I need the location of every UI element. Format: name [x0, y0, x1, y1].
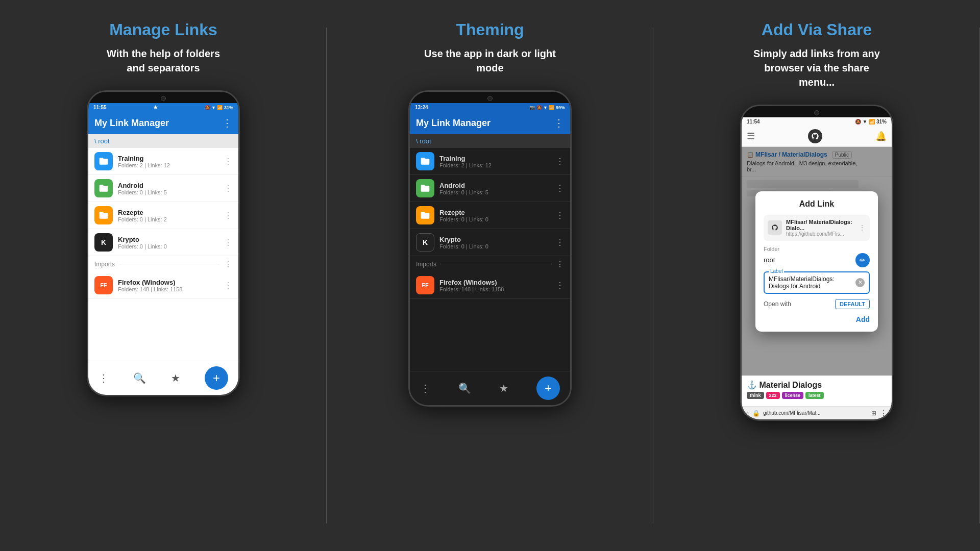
browser-more-icon[interactable]: ⋮: [879, 408, 888, 418]
item-more-krypto-dark[interactable]: ⋮: [556, 238, 564, 247]
bottom-search-icon-light[interactable]: 🔍: [133, 372, 146, 384]
label-input-text[interactable]: MFlisar/MaterialDialogs: Dialogs for And…: [769, 276, 853, 290]
item-text-firefox-light: Firefox (Windows) Folders: 148 | Links: …: [118, 279, 219, 292]
list-item-firefox-dark[interactable]: FF Firefox (Windows) Folders: 148 | Link…: [410, 272, 570, 299]
list-item-training-dark[interactable]: Training Folders: 2 | Links: 12 ⋮: [410, 148, 570, 175]
default-btn[interactable]: DEFAULT: [835, 299, 870, 309]
app-bar-menu-dark[interactable]: ⋮: [554, 117, 564, 129]
item-text-training-dark: Training Folders: 2 | Links: 12: [439, 155, 551, 168]
phone-top-light: [88, 92, 238, 103]
item-sub-training-light: Folders: 2 | Links: 12: [118, 162, 219, 168]
folder-icon-firefox-dark: FF: [416, 276, 434, 294]
list-item-krypto-light[interactable]: K Krypto Folders: 0 | Links: 0 ⋮: [88, 229, 238, 256]
bottom-menu-icon-light[interactable]: ⋮: [99, 372, 109, 384]
list-dark: Training Folders: 2 | Links: 12 ⋮ Androi…: [410, 148, 570, 371]
browser-address-bar: ⌂ 🔒 github.com/MFlisar/Mat... ⊞ ⋮: [742, 406, 892, 419]
breadcrumb-text-light: \ root: [94, 137, 110, 145]
separator-text-light: Imports: [94, 261, 115, 268]
open-with-row: Open with DEFAULT: [764, 299, 870, 309]
badge-think: think: [747, 392, 764, 399]
folder-icon-firefox-light: FF: [94, 276, 113, 294]
item-name-firefox-dark: Firefox (Windows): [439, 279, 551, 286]
badge-count: 222: [766, 392, 780, 399]
fab-dark[interactable]: +: [536, 377, 560, 400]
browser-toolbar: ☰ 🔔: [742, 126, 892, 147]
item-sub-training-dark: Folders: 2 | Links: 12: [439, 162, 551, 168]
link-more-icon[interactable]: ⋮: [859, 223, 866, 232]
panel-2-subtitle: Use the app in dark or lightmode: [424, 46, 556, 75]
app-bar-menu-light[interactable]: ⋮: [222, 117, 232, 129]
badge-latest: latest: [805, 392, 824, 399]
breadcrumb-text-dark: \ root: [416, 137, 431, 145]
status-time: 11:55: [93, 105, 107, 110]
app-bar-light: My Link Manager ⋮: [88, 112, 238, 134]
phone-camera: [161, 96, 166, 101]
breadcrumb-light: \ root: [88, 134, 238, 148]
bottom-search-icon-dark[interactable]: 🔍: [458, 382, 471, 394]
folder-icon-rezepte-dark: [416, 206, 434, 224]
item-text-krypto-light: Krypto Folders: 0 | Links: 0: [118, 236, 219, 249]
item-name-android-dark: Android: [439, 182, 551, 189]
item-more-firefox-dark[interactable]: ⋮: [556, 281, 564, 290]
item-text-android-light: Android Folders: 0 | Links: 5: [118, 182, 219, 195]
item-sub-android-light: Folders: 0 | Links: 5: [118, 189, 219, 195]
browser-hamburger-icon[interactable]: ☰: [747, 131, 755, 142]
bottom-star-icon-light[interactable]: ★: [171, 372, 180, 384]
panel-3-subtitle: Simply add links from anybrowser via the…: [753, 46, 880, 89]
list-item-firefox-light[interactable]: FF Firefox (Windows) Folders: 148 | Link…: [88, 272, 238, 299]
browser-status-bar: 11:54 🔕 ▼ 📶 31%: [742, 117, 892, 126]
dialog-add-btn[interactable]: Add: [764, 315, 870, 323]
breadcrumb-dark: \ root: [410, 134, 570, 148]
add-link-dialog-overlay: Add Link MFlisar/ MaterialDialogs: Dialo…: [742, 147, 892, 375]
status-star: ★: [153, 105, 158, 110]
bottom-star-icon-dark[interactable]: ★: [499, 382, 508, 394]
list-item-rezepte-dark[interactable]: Rezepte Folders: 0 | Links: 0 ⋮: [410, 202, 570, 229]
list-item-android-light[interactable]: Android Folders: 0 | Links: 5 ⋮: [88, 175, 238, 202]
list-item-krypto-dark[interactable]: K Krypto Folders: 0 | Links: 0 ⋮: [410, 229, 570, 256]
status-time-dark: 13:24: [415, 105, 428, 110]
tabs-icon[interactable]: ⊞: [871, 410, 876, 417]
open-with-label: Open with: [764, 300, 791, 308]
status-icons-light: 🔕 ▼ 📶 31%: [205, 105, 233, 110]
home-icon[interactable]: ⌂: [746, 410, 749, 417]
fab-light[interactable]: +: [205, 366, 228, 390]
status-bar-light: 11:55 ★ 🔕 ▼ 📶 31%: [88, 103, 238, 112]
folder-label: Folder: [764, 246, 870, 252]
phone-top-browser: [742, 106, 892, 117]
item-more-rezepte-light[interactable]: ⋮: [224, 211, 232, 220]
item-more-krypto-light[interactable]: ⋮: [224, 238, 232, 247]
status-icons-dark: 📷 🔕 ▼ 📶 99%: [529, 105, 565, 110]
item-more-rezepte-dark[interactable]: ⋮: [556, 211, 564, 220]
panel-1-subtitle: With the help of foldersand separators: [107, 46, 220, 75]
item-more-android-dark[interactable]: ⋮: [556, 184, 564, 193]
item-text-rezepte-dark: Rezepte Folders: 0 | Links: 0: [439, 209, 551, 222]
separator-imports-dark: Imports ⋮: [410, 256, 570, 272]
sep-more-light[interactable]: ⋮: [224, 259, 232, 269]
item-more-training-light[interactable]: ⋮: [224, 157, 232, 166]
item-name-training-light: Training: [118, 155, 219, 162]
panel-add-via-share: Add Via Share Simply add links from anyb…: [653, 0, 980, 551]
label-clear-btn[interactable]: ✕: [855, 278, 865, 287]
item-more-firefox-light[interactable]: ⋮: [224, 281, 232, 290]
list-item-training-light[interactable]: Training Folders: 2 | Links: 12 ⋮: [88, 148, 238, 175]
item-name-android-light: Android: [118, 182, 219, 189]
list-item-rezepte-light[interactable]: Rezepte Folders: 0 | Links: 2 ⋮: [88, 202, 238, 229]
address-text[interactable]: github.com/MFlisar/Mat...: [763, 410, 868, 416]
status-bar-dark: 13:24 📷 🔕 ▼ 📶 99%: [410, 103, 570, 112]
browser-bell-icon[interactable]: 🔔: [875, 131, 887, 142]
item-sub-krypto-dark: Folders: 0 | Links: 0: [439, 243, 551, 249]
panel-theming: Theming Use the app in dark or lightmode…: [327, 0, 653, 551]
item-text-training-light: Training Folders: 2 | Links: 12: [118, 155, 219, 168]
item-name-rezepte-dark: Rezepte: [439, 209, 551, 216]
folder-icon-krypto-light: K: [94, 233, 113, 252]
folder-letter-krypto-dark: K: [423, 238, 428, 246]
item-more-android-light[interactable]: ⋮: [224, 184, 232, 193]
phone-browser: 11:54 🔕 ▼ 📶 31% ☰ 🔔 📋 MFlisar / Material…: [740, 105, 893, 421]
item-more-training-dark[interactable]: ⋮: [556, 157, 564, 166]
folder-edit-btn[interactable]: ✏: [855, 253, 870, 267]
add-link-dialog: Add Link MFlisar/ MaterialDialogs: Dialo…: [755, 191, 878, 332]
list-item-android-dark[interactable]: Android Folders: 0 | Links: 5 ⋮: [410, 175, 570, 202]
bottom-menu-icon-dark[interactable]: ⋮: [420, 382, 430, 394]
panel-1-title: Manage Links: [109, 20, 217, 39]
sep-more-dark[interactable]: ⋮: [556, 259, 564, 269]
